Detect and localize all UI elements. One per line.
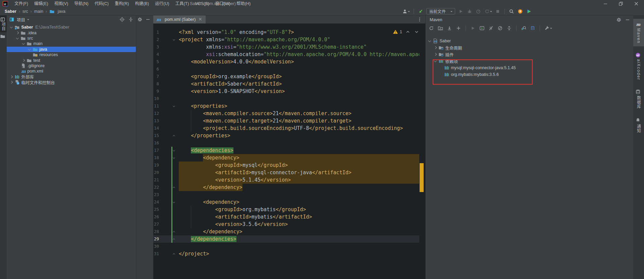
menu-item[interactable]: 编辑(E) [31, 0, 51, 7]
chevron-up-icon[interactable] [405, 29, 411, 35]
code-line[interactable]: 21 <version>5.1.45</version> [153, 176, 419, 184]
tab-pom-xml[interactable]: m pom.xml (Saber) [153, 15, 206, 24]
offline-icon[interactable] [497, 25, 503, 31]
tree-chevron-icon[interactable] [16, 37, 19, 39]
rerun-icon[interactable] [484, 8, 490, 14]
settings-gear-icon[interactable] [616, 17, 622, 23]
code-line[interactable]: 11 <properties> [153, 102, 419, 110]
tree-item-org.mybatis-mybatis-3.5.6[interactable]: org.mybatis:mybatis:3.5.6 [426, 71, 633, 78]
tree-chevron-icon[interactable] [434, 46, 437, 49]
tree-item-.gitignore[interactable]: .gitignore [7, 63, 136, 68]
code-line[interactable]: 31</project> [153, 250, 419, 258]
menu-item[interactable]: 工具(T) [172, 0, 192, 7]
tree-item-resources[interactable]: resources [7, 52, 136, 57]
code-area[interactable]: 1<?xml version="1.0" encoding="UTF-8"?>2… [153, 24, 425, 258]
tree-chevron-icon[interactable] [428, 39, 431, 42]
fold-marker-icon[interactable] [173, 156, 175, 159]
tree-item-插件[interactable]: 插件 [426, 51, 633, 58]
skip-tests-icon[interactable] [488, 25, 494, 31]
code-line[interactable]: 1<?xml version="1.0" encoding="UTF-8"?> [153, 29, 419, 36]
code-line[interactable]: 29 </dependencies> [153, 235, 419, 243]
tree-chevron-icon[interactable] [10, 76, 13, 78]
tree-item-Saber[interactable]: mSaber [426, 38, 633, 44]
window-minimize-button[interactable] [598, 0, 613, 7]
tree-chevron-icon[interactable] [434, 53, 437, 56]
tree-item-.idea[interactable]: .idea [7, 30, 136, 35]
tree-item-临时文件和控制台[interactable]: 临时文件和控制台 [7, 80, 136, 85]
code-line[interactable]: 13 <maven.compiler.target>21</maven.comp… [153, 117, 419, 125]
project-panel-title[interactable]: 项目 [17, 16, 25, 23]
stripe-button-folder[interactable] [0, 32, 7, 40]
code-line[interactable]: 20 <artifactId>mysql-connector-java</art… [153, 169, 419, 176]
stripe-button-project[interactable]: 项目 [0, 15, 7, 32]
menu-item[interactable]: 构建(B) [132, 0, 152, 7]
tree-item-src[interactable]: src [7, 36, 136, 41]
code-line[interactable]: 22 </dependency> [153, 184, 419, 191]
maven-settings-wrench-icon[interactable] [544, 25, 550, 31]
window-close-button[interactable] [629, 0, 644, 7]
fold-marker-icon[interactable] [173, 187, 175, 189]
breadcrumb-item[interactable]: Saber [5, 9, 16, 14]
run-configuration-combo[interactable]: 当前文件 [426, 8, 455, 14]
analyze-deps-icon[interactable] [521, 25, 527, 31]
plugin-logo-icon[interactable] [526, 8, 532, 14]
stripe-button-Maven[interactable]: mMaven [633, 19, 644, 46]
code-line[interactable]: 12 <maven.compiler.source>21</maven.comp… [153, 110, 419, 117]
breadcrumb-item[interactable]: src [22, 9, 28, 14]
tree-chevron-icon[interactable] [22, 59, 25, 62]
profiler-icon[interactable] [475, 8, 481, 14]
fold-marker-icon[interactable] [173, 253, 175, 255]
run-icon[interactable] [458, 8, 464, 14]
ide-update-icon[interactable] [517, 8, 523, 14]
code-line[interactable]: 30 [153, 243, 419, 250]
code-line[interactable]: 2<project xmlns="http://maven.apache.org… [153, 36, 419, 43]
code-line[interactable]: 7 <groupId>org.example</groupId> [153, 73, 419, 80]
add-icon[interactable] [455, 25, 462, 31]
menu-item[interactable]: 重构(R) [112, 0, 132, 7]
code-line[interactable]: 6 [153, 65, 419, 73]
code-line[interactable]: 16 [153, 139, 419, 147]
chevron-down-icon[interactable] [414, 29, 420, 35]
fold-marker-icon[interactable] [173, 201, 175, 203]
code-line[interactable]: 24 <dependency> [153, 198, 419, 206]
chevron-down-icon[interactable] [27, 19, 29, 21]
menu-item[interactable]: 视图(V) [51, 0, 71, 7]
tree-chevron-icon[interactable] [10, 26, 13, 28]
tree-item-test[interactable]: test [7, 57, 136, 63]
code-line[interactable]: 27 <version>3.5.6</version> [153, 221, 419, 228]
tree-item-生命周期[interactable]: 生命周期 [426, 44, 633, 51]
tree-item-java[interactable]: java [7, 47, 136, 52]
tree-item-外部库[interactable]: 外部库 [7, 74, 136, 80]
maven-collapse-icon[interactable] [506, 25, 512, 31]
code-line[interactable]: 5 <modelVersion>4.0.0</modelVersion> [153, 58, 419, 65]
hide-panel-icon[interactable] [145, 16, 151, 22]
refresh-icon[interactable] [428, 25, 434, 31]
code-line[interactable]: 4 xsi:schemaLocation="http://maven.apach… [153, 51, 419, 58]
fold-marker-icon[interactable] [173, 135, 175, 137]
code-line[interactable]: 19 <groupId>mysql</groupId> [153, 161, 419, 169]
reload-folders-icon[interactable] [437, 25, 443, 31]
fold-marker-icon[interactable] [173, 38, 175, 41]
tree-item-依赖项[interactable]: 依赖项 [426, 58, 633, 64]
tree-item-main[interactable]: main [7, 41, 136, 46]
inspection-widget[interactable]: 1 [392, 29, 420, 35]
code-line[interactable]: 10 [153, 95, 419, 102]
stripe-button-通知[interactable]: 通知 [633, 115, 644, 136]
window-restore-button[interactable] [613, 0, 629, 7]
code-line[interactable]: 15 </properties> [153, 132, 419, 139]
fold-marker-icon[interactable] [173, 238, 175, 241]
run-icon[interactable] [470, 25, 476, 31]
menu-item[interactable]: 运行(U) [152, 0, 172, 7]
kebab-icon[interactable] [417, 16, 423, 22]
user-icon[interactable] [402, 8, 408, 14]
scrollbar-selection-mark[interactable] [420, 163, 424, 192]
code-line[interactable]: 18 <dependency> [153, 154, 419, 161]
tree-item-pom.xml[interactable]: mpom.xml [7, 68, 136, 74]
menu-item[interactable]: 文件(F) [11, 0, 31, 7]
code-line[interactable]: 8 <artifactId>Saber</artifactId> [153, 80, 419, 88]
tree-item-mysql-mysql-connector-java-5.1.45[interactable]: mysql:mysql-connector-java:5.1.45 [426, 64, 633, 71]
code-line[interactable]: 3 xmlns:xsi="http://www.w3.org/2001/XMLS… [153, 43, 419, 51]
code-line[interactable]: 17 <dependencies> [153, 147, 419, 154]
collapse-all-icon[interactable] [128, 16, 134, 22]
fold-marker-icon[interactable] [173, 105, 175, 107]
